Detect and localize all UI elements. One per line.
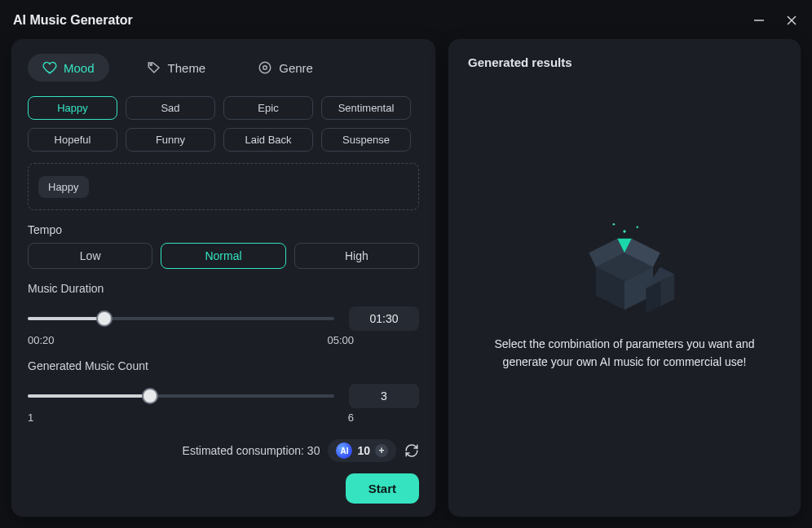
- refresh-button[interactable]: [404, 443, 419, 458]
- mood-chip-laid-back[interactable]: Laid Back: [223, 128, 313, 152]
- selected-moods-box: Happy: [28, 163, 419, 210]
- count-min: 1: [28, 411, 33, 424]
- disc-icon: [258, 60, 272, 75]
- svg-point-14: [636, 226, 638, 228]
- duration-min: 00:20: [28, 334, 55, 346]
- tag-icon: [147, 60, 161, 75]
- category-tabs: MoodThemeGenre: [28, 54, 419, 81]
- tab-label: Mood: [64, 61, 95, 75]
- duration-row: 01:30: [28, 306, 419, 331]
- count-slider[interactable]: [28, 385, 334, 407]
- svg-point-5: [263, 66, 267, 70]
- tempo-normal[interactable]: Normal: [161, 243, 285, 269]
- content: MoodThemeGenre HappySadEpicSentimentalHo…: [0, 39, 812, 528]
- tab-mood[interactable]: Mood: [28, 54, 109, 81]
- count-range-labels: 1 6: [28, 411, 419, 424]
- credits-value: 10: [357, 444, 370, 457]
- add-credits-button[interactable]: +: [375, 444, 388, 457]
- count-value: 3: [349, 384, 419, 408]
- titlebar: AI Music Generator: [0, 0, 812, 39]
- start-row: Start: [28, 473, 419, 504]
- refresh-icon: [404, 443, 419, 458]
- ai-icon: AI: [336, 442, 352, 459]
- mood-chip-happy[interactable]: Happy: [28, 96, 117, 120]
- consumption-value: 30: [307, 444, 320, 457]
- mood-chip-hopeful[interactable]: Hopeful: [28, 128, 117, 152]
- tempo-segmented: LowNormalHigh: [28, 243, 419, 269]
- mood-chip-epic[interactable]: Epic: [223, 96, 313, 120]
- tempo-title: Tempo: [28, 223, 419, 236]
- duration-group: 01:30 00:20 05:00: [28, 301, 419, 346]
- close-icon: [786, 15, 797, 26]
- tab-theme[interactable]: Theme: [132, 54, 221, 81]
- tab-genre[interactable]: Genre: [243, 54, 328, 81]
- mood-chip-sad[interactable]: Sad: [126, 96, 215, 120]
- minimize-button[interactable]: [750, 11, 768, 29]
- mood-chip-sentimental[interactable]: Sentimental: [321, 96, 411, 120]
- tab-label: Genre: [279, 61, 313, 75]
- duration-max: 05:00: [327, 334, 354, 346]
- start-button[interactable]: Start: [346, 473, 419, 504]
- settings-panel: MoodThemeGenre HappySadEpicSentimentalHo…: [11, 39, 435, 517]
- count-max: 6: [348, 411, 354, 424]
- results-panel: Generated results: [448, 39, 801, 517]
- window-controls: [750, 11, 801, 29]
- window-title: AI Music Generator: [13, 13, 133, 28]
- svg-point-13: [613, 223, 616, 226]
- consumption-row: Estimated consumption: 30 AI 10 +: [28, 425, 419, 462]
- consumption-label: Estimated consumption: 30: [183, 444, 320, 457]
- count-thumb[interactable]: [143, 389, 157, 403]
- svg-point-4: [259, 62, 271, 73]
- minimize-icon: [753, 15, 765, 26]
- svg-point-12: [623, 230, 626, 233]
- duration-thumb[interactable]: [98, 312, 111, 325]
- tempo-low[interactable]: Low: [28, 243, 152, 269]
- mood-chip-list: HappySadEpicSentimentalHopefulFunnyLaid …: [28, 96, 419, 152]
- empty-box-icon: [551, 203, 698, 317]
- duration-title: Music Duration: [28, 282, 419, 295]
- count-row: 3: [28, 384, 419, 408]
- close-button[interactable]: [783, 11, 801, 29]
- credits-badge[interactable]: AI 10 +: [328, 439, 396, 462]
- results-empty-message: Select the combination of parameters you…: [478, 335, 771, 372]
- count-title: Generated Music Count: [28, 359, 419, 372]
- duration-value: 01:30: [349, 306, 419, 331]
- duration-slider[interactable]: [28, 307, 334, 330]
- tempo-high[interactable]: High: [294, 243, 419, 269]
- results-empty-state: Select the combination of parameters you…: [468, 81, 781, 493]
- count-track-fill: [28, 394, 150, 398]
- heart-icon: [42, 60, 57, 75]
- selected-mood-chip[interactable]: Happy: [38, 176, 89, 198]
- tab-label: Theme: [168, 61, 206, 75]
- app-window: AI Music Generator MoodThemeGenre HappyS…: [0, 0, 812, 528]
- duration-range-labels: 00:20 05:00: [28, 334, 419, 346]
- count-group: 3 1 6: [28, 379, 419, 424]
- duration-track-fill: [28, 317, 104, 320]
- results-title: Generated results: [468, 55, 781, 69]
- mood-chip-suspense[interactable]: Suspense: [321, 128, 411, 152]
- mood-chip-funny[interactable]: Funny: [126, 128, 215, 152]
- svg-point-3: [150, 64, 152, 65]
- consumption-label-text: Estimated consumption:: [183, 444, 307, 457]
